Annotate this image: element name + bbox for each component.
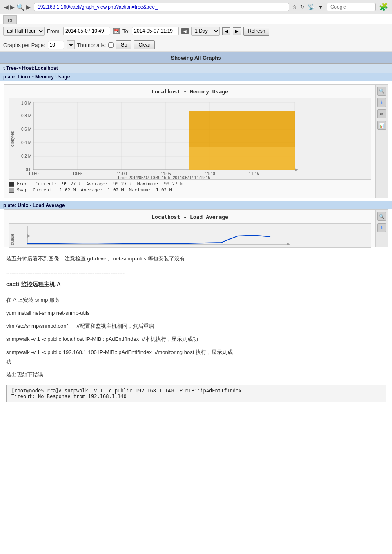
step1: 在 A 上安装 snmp 服务: [0, 291, 392, 309]
svg-text:0.4 M: 0.4 M: [21, 140, 31, 145]
rs-tab[interactable]: rs: [3, 15, 17, 24]
svg-text:0.2 M: 0.2 M: [21, 154, 31, 158]
svg-text:queue: queue: [10, 234, 15, 245]
browser-nav-icons: ◀ ▶ 🔍 ▶: [4, 3, 31, 11]
graph1-legend: Free Current: 99.27 k Average: 99.27 k M…: [9, 181, 371, 193]
from-input[interactable]: [63, 27, 110, 35]
legend-current-swap: 1.02 M: [57, 187, 78, 193]
thumbnails-label: Thumbnails:: [77, 42, 106, 48]
svg-rect-29: [189, 147, 295, 170]
svg-text:From 2014/05/07 10:49:15 To 20: From 2014/05/07 10:49:15 To 2014/05/07 1…: [118, 176, 210, 180]
legend-avg-free: 99.27 k: [110, 181, 135, 187]
graph1-info-icon[interactable]: ℹ: [377, 98, 386, 107]
toolbar-row2: Graphs per Page: Thumbnails: Go Clear: [0, 38, 392, 52]
graph2-main: Localhost - Load Average queue: [4, 210, 375, 247]
legend-max-swap: 1.02 M: [153, 187, 172, 193]
graph2-zoom-icon[interactable]: 🔍: [377, 212, 386, 221]
legend-row-free: Free Current: 99.27 k Average: 99.27 k M…: [9, 181, 371, 187]
step5: snmpwalk -v 1 -c public 192.168.1.100 IP…: [0, 348, 392, 370]
svg-text:10:50: 10:50: [28, 171, 38, 176]
legend-current-free: 99.27 k: [60, 181, 84, 187]
legend-max-label-swap: Maximum:: [129, 187, 151, 193]
timespan-prev-btn[interactable]: ◀: [222, 27, 230, 35]
section-title: cacti 监控远程主机 A: [0, 278, 392, 291]
svg-text:10:55: 10:55: [72, 171, 82, 176]
graph1-main: Localhost - Memory Usage: [4, 85, 375, 198]
legend-current-label-swap: Current:: [33, 187, 54, 193]
graph1-svg: 0.0 0.2 M 0.4 M 0.6 M 0.8 M 1.0 M kiloby…: [9, 98, 371, 180]
graph1-chart-icon[interactable]: 📊: [377, 121, 386, 130]
rss-icon: 📡: [307, 4, 314, 10]
from-label: From:: [47, 28, 61, 34]
legend-color-free: [9, 182, 14, 187]
url-bar[interactable]: 192.168.1.160/cacti/graph_view.php?actio…: [34, 3, 289, 11]
step3: vim /etc/snmp/snmpd.conf //配置和监视主机相同，然后重…: [0, 322, 392, 335]
legend-label-free: Free: [17, 181, 33, 187]
graphs-per-page-input[interactable]: [48, 41, 64, 49]
legend-avg-swap: 1.02 M: [105, 187, 127, 193]
svg-text:kilobytes: kilobytes: [10, 131, 15, 147]
template2-label: plate: Unix - Load Average: [0, 201, 392, 209]
to-input[interactable]: [132, 27, 179, 35]
to-label: To:: [122, 28, 129, 34]
legend-avg-label-swap: Average:: [81, 187, 102, 193]
graph1-sidebar-icons: 🔍 ℹ ✏ 📊: [375, 85, 388, 198]
legend-current-label-free: Current:: [36, 181, 57, 187]
go-button[interactable]: Go: [116, 40, 131, 49]
refresh-icon[interactable]: ↻: [300, 4, 304, 10]
legend-color-swap: [9, 188, 14, 193]
legend-row-swap: Swap Current: 1.02 M Average: 1.02 M Max…: [9, 187, 371, 193]
refresh-button[interactable]: Refresh: [243, 27, 270, 36]
clear-button[interactable]: Clear: [134, 40, 155, 49]
step2: yum install net-snmp net-snmp-utils: [0, 309, 392, 322]
star-icon[interactable]: ☆: [292, 4, 297, 10]
graph1-title: Localhost - Memory Usage: [9, 89, 371, 95]
graphs-per-page-select[interactable]: [67, 40, 75, 49]
graph2-sidebar-icons: 🔍 ℹ: [375, 210, 388, 247]
cacti-header: rs ast Half Hour From: 📅 To: ◀ 1 Day ◀ ▶…: [0, 14, 392, 52]
timespan-next-btn[interactable]: ▶: [233, 27, 241, 35]
browser-bar: ◀ ▶ 🔍 ▶ 192.168.1.160/cacti/graph_view.p…: [0, 0, 392, 14]
legend-label-swap: Swap: [17, 187, 30, 193]
legend-max-label-free: Maximum:: [137, 181, 159, 187]
showing-all-graphs-header: Showing All Graphs: [0, 52, 392, 64]
notice-text: 若五分钟后看不到图像，注意检查 gd-devel、net-snmp-utils …: [0, 250, 392, 267]
step4: snmpwalk -v 1 -c public localhost IP-MIB…: [0, 335, 392, 348]
forward-icon[interactable]: ▶: [10, 4, 15, 10]
legend-max-free: 99.27 k: [161, 181, 183, 187]
graph2-svg: queue: [9, 223, 371, 248]
svg-text:0.8 M: 0.8 M: [21, 113, 31, 118]
legend-avg-label-free: Average:: [86, 181, 108, 187]
graph1-container: Localhost - Memory Usage: [4, 84, 388, 198]
svg-marker-36: [27, 234, 31, 238]
svg-marker-34: [287, 243, 290, 246]
from-calendar-icon[interactable]: 📅: [113, 28, 120, 34]
back-icon[interactable]: ◀: [4, 4, 9, 10]
browser-menu-icon[interactable]: ▼: [318, 4, 323, 10]
template1-label: plate: Linux - Memory Usage: [0, 73, 392, 81]
main-content: Showing All Graphs t Tree-> Host:Localho…: [0, 52, 392, 404]
code-block: [root@node5 rra]# snmpwalk -v 1 -c publi…: [6, 385, 386, 402]
step6: 若出现如下错误：: [0, 370, 392, 383]
preset-select[interactable]: ast Half Hour: [3, 27, 45, 36]
graph2-info-icon[interactable]: ℹ: [377, 223, 386, 232]
graph1-pencil-icon[interactable]: ✏: [377, 109, 386, 118]
svg-text:11:15: 11:15: [249, 171, 259, 176]
timespan-select[interactable]: 1 Day: [191, 27, 220, 36]
separator: ----------------------------------------…: [0, 267, 392, 278]
bookmark-icon: ▶: [26, 4, 31, 10]
graph2-title: Localhost - Load Average: [9, 214, 371, 220]
thumbnails-checkbox[interactable]: [108, 42, 114, 48]
graphs-per-page-label: Graphs per Page:: [3, 42, 45, 48]
graph1-zoom-icon[interactable]: 🔍: [377, 87, 386, 96]
tree-path: t Tree-> Host:Localhost: [0, 64, 392, 73]
svg-text:0.6 M: 0.6 M: [21, 127, 31, 131]
page-icon: 🔍: [16, 3, 24, 11]
extensions-icon: 🧩: [379, 2, 388, 11]
toolbar-row1: ast Half Hour From: 📅 To: ◀ 1 Day ◀ ▶ Re…: [0, 24, 392, 38]
to-calendar-icon[interactable]: ◀: [181, 28, 189, 34]
svg-text:1.0 M: 1.0 M: [21, 101, 31, 105]
svg-marker-14: [295, 168, 298, 171]
browser-search-input[interactable]: [327, 3, 376, 11]
graph2-container: Localhost - Load Average queue 🔍 ℹ: [4, 209, 388, 247]
